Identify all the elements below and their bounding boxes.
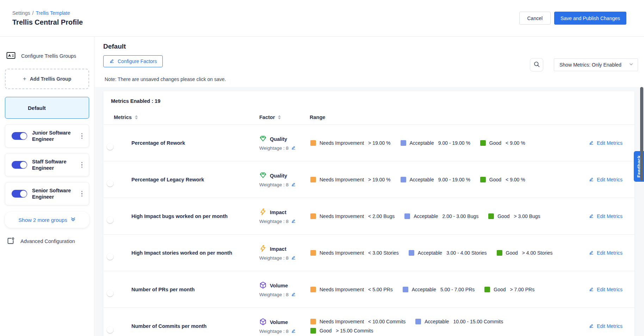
metrics-rows: Percentage of Rework Quality Weightage	[103, 124, 634, 336]
table-row: High Impact stories worked on per month …	[103, 234, 634, 271]
blue-swatch-icon	[415, 319, 421, 324]
kebab-menu-icon[interactable]	[79, 189, 85, 198]
kebab-menu-icon[interactable]	[79, 132, 85, 141]
range-cell: Needs Improvement< 10.00 Commits Accepta…	[310, 319, 572, 334]
breadcrumb-trellis-template[interactable]: Trellis Template	[36, 10, 70, 16]
range-chip-needs-improvement: Needs Improvement< 2.00 Bugs	[310, 213, 395, 219]
show-metrics-filter-dropdown[interactable]: Show Metrics: Only Enabled	[554, 58, 638, 71]
sidebar-item-junior-software-engineer[interactable]: Junior Software Engineer	[5, 124, 89, 148]
column-header-factor[interactable]: Factor	[256, 114, 307, 120]
advanced-configuration-link[interactable]: Advanced Configuration	[5, 237, 89, 245]
edit-pencil-icon[interactable]	[291, 145, 296, 151]
table-row: Percentage of Rework Quality Weightage	[103, 124, 634, 161]
green-swatch-icon	[497, 250, 502, 256]
sidebar-item-senior-software-engineer[interactable]: Senior Software Engineer	[5, 182, 89, 205]
table-row: Number of Commits per month Volume Weig	[103, 307, 634, 336]
edit-metrics-link[interactable]: Edit Metrics	[589, 286, 623, 293]
metric-name: High Impact stories worked on per month	[131, 250, 256, 256]
green-swatch-icon	[488, 213, 494, 219]
range-chip-acceptable: Acceptable10.00 - 15.00 Commits	[415, 319, 503, 324]
factor-cell: Quality Weightage : 8	[256, 135, 310, 151]
edit-pencil-icon[interactable]	[291, 255, 296, 261]
edit-pencil-icon	[589, 250, 594, 256]
show-more-groups-label: Show 2 more groups	[18, 217, 67, 223]
blue-swatch-icon	[401, 140, 406, 146]
breadcrumb-settings[interactable]: Settings	[12, 10, 30, 16]
quality-icon	[259, 172, 267, 180]
green-swatch-icon	[310, 328, 316, 334]
add-trellis-group-label: Add Trellis Group	[30, 76, 71, 82]
junior-group-toggle[interactable]	[12, 132, 27, 140]
range-chip-good: Good< 9.00 %	[480, 140, 525, 146]
edit-metrics-link[interactable]: Edit Metrics	[589, 176, 623, 183]
orange-swatch-icon	[310, 140, 316, 146]
kebab-menu-icon[interactable]	[79, 161, 85, 169]
cancel-button[interactable]: Cancel	[519, 12, 551, 25]
range-chip-good: Good> 15.00 Commits	[310, 328, 373, 334]
unsaved-changes-note: Note: There are unsaved changes please c…	[105, 76, 226, 82]
edit-metrics-link[interactable]: Edit Metrics	[589, 323, 623, 329]
show-more-groups-button[interactable]: Show 2 more groups	[5, 212, 89, 228]
breadcrumb-separator: /	[32, 10, 34, 16]
range-chip-acceptable: Acceptable3.00 - 4.00 Stories	[409, 250, 487, 256]
range-chip-good: Good> 3.00 Bugs	[488, 213, 540, 219]
range-cell: Needs Improvement< 5.00 PRs Acceptable5.…	[310, 287, 572, 292]
edit-pencil-icon[interactable]	[291, 182, 296, 188]
edit-pencil-icon[interactable]	[291, 218, 296, 224]
staff-group-toggle[interactable]	[12, 161, 27, 169]
factor-name: Quality	[270, 136, 287, 142]
column-header-metrics[interactable]: Metrics	[114, 114, 256, 120]
advanced-configuration-icon	[7, 237, 15, 245]
metric-name: High Impact bugs worked on per month	[131, 213, 256, 219]
sidebar-item-staff-software-engineer[interactable]: Staff Software Engineer	[5, 153, 89, 176]
factor-cell: Quality Weightage : 8	[256, 172, 310, 188]
green-swatch-icon	[480, 140, 486, 146]
range-chip-needs-improvement: Needs Improvement< 5.00 PRs	[310, 287, 393, 292]
configure-trellis-groups-label: Configure Trellis Groups	[21, 53, 76, 59]
vertical-scrollbar-thumb[interactable]	[640, 87, 643, 181]
weightage-value: Weightage : 8	[259, 182, 289, 187]
range-cell: Needs Improvement> 19.00 % Acceptable9.0…	[310, 140, 572, 146]
edit-pencil-icon	[109, 58, 114, 64]
metric-name: Percentage of Rework	[131, 140, 256, 146]
default-group-label: Default	[28, 105, 46, 111]
factor-name: Impact	[270, 210, 286, 215]
factor-cell: Volume Weightage : 8	[256, 318, 310, 334]
group-label: Staff Software Engineer	[32, 158, 74, 171]
header-left: Settings / Trellis Template Trellis Cent…	[12, 10, 83, 26]
blue-swatch-icon	[403, 287, 408, 292]
factor-name: Volume	[270, 319, 288, 325]
save-and-publish-button[interactable]: Save and Publish Changes	[554, 12, 626, 25]
table-row: Number of PRs per month Volume Weightag	[103, 271, 634, 307]
plus-icon: +	[23, 75, 26, 82]
table-row: High Impact bugs worked on per month Imp…	[103, 198, 634, 234]
edit-metrics-link[interactable]: Edit Metrics	[589, 140, 623, 146]
factor-name: Volume	[270, 283, 288, 288]
volume-icon	[259, 281, 267, 290]
senior-group-toggle[interactable]	[12, 190, 27, 198]
orange-swatch-icon	[310, 319, 316, 324]
weightage-value: Weightage : 8	[259, 329, 289, 334]
range-chip-good: Good< 9.00 %	[480, 177, 525, 182]
configure-factors-button[interactable]: Configure Factors	[103, 55, 163, 67]
range-chip-needs-improvement: Needs Improvement< 10.00 Commits	[310, 319, 405, 324]
search-button[interactable]	[530, 58, 543, 71]
range-chip-needs-improvement: Needs Improvement> 19.00 %	[310, 140, 391, 146]
metrics-enabled-count: Metrics Enabled : 19	[103, 91, 634, 104]
group-page-title: Default	[103, 43, 126, 50]
group-label: Senior Software Engineer	[32, 187, 74, 200]
metric-name: Number of PRs per month	[131, 287, 256, 292]
group-label: Junior Software Engineer	[32, 130, 74, 142]
edit-metrics-link[interactable]: Edit Metrics	[589, 250, 623, 256]
edit-pencil-icon[interactable]	[291, 328, 296, 334]
range-chip-good: Good> 4.00 Stories	[497, 250, 553, 256]
orange-swatch-icon	[310, 213, 316, 219]
edit-metrics-link[interactable]: Edit Metrics	[589, 213, 623, 219]
range-cell: Needs Improvement< 3.00 Stories Acceptab…	[310, 250, 572, 256]
edit-pencil-icon[interactable]	[291, 292, 296, 298]
sidebar-item-default[interactable]: Default	[5, 97, 89, 119]
range-chip-acceptable: Acceptable9.00 - 19.00 %	[401, 177, 470, 182]
add-trellis-group-button[interactable]: + Add Trellis Group	[5, 69, 89, 89]
range-chip-needs-improvement: Needs Improvement< 3.00 Stories	[310, 250, 399, 256]
factor-name: Impact	[270, 246, 286, 252]
